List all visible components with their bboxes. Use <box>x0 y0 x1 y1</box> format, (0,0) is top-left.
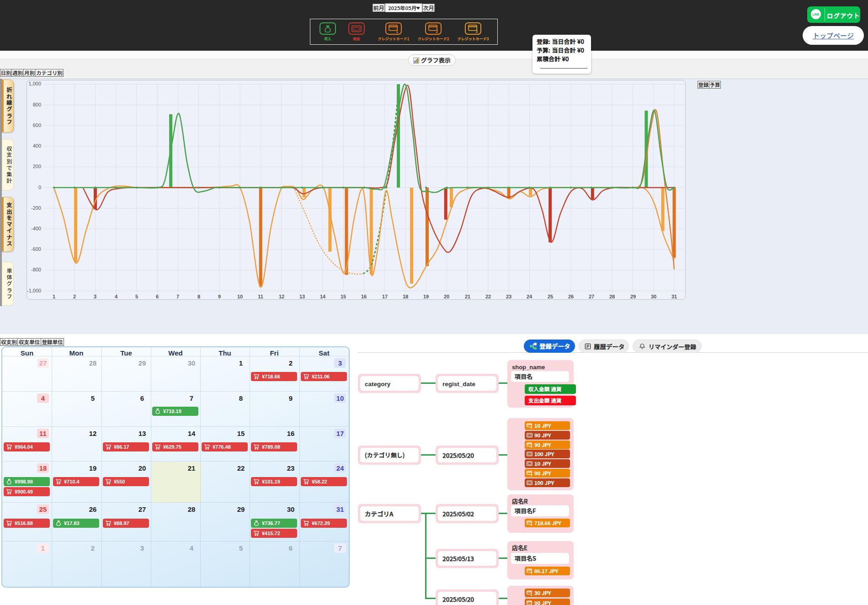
svg-text:2: 2 <box>436 30 438 33</box>
svg-text:2: 2 <box>531 445 533 448</box>
svg-text:LINE: LINE <box>813 13 820 16</box>
svg-text:1: 1 <box>531 603 532 605</box>
svg-text:3: 3 <box>475 30 478 33</box>
svg-text:2: 2 <box>531 523 533 526</box>
svg-text:2: 2 <box>531 425 533 429</box>
svg-text:2: 2 <box>531 571 533 574</box>
svg-text:2: 2 <box>531 473 533 476</box>
svg-text:1: 1 <box>531 593 532 596</box>
svg-text:1: 1 <box>396 30 398 33</box>
